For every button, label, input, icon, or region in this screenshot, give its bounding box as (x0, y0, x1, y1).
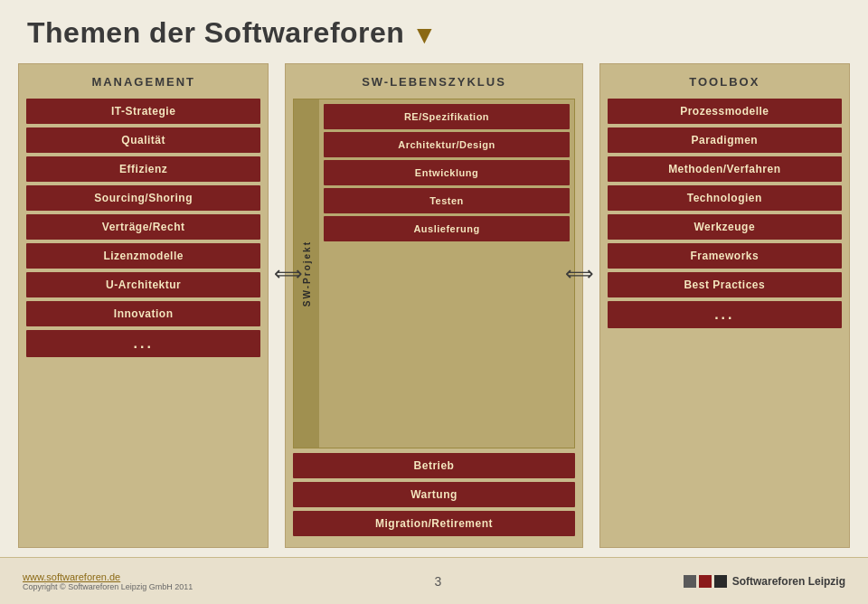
toolbox-item: Best Practices (608, 272, 842, 297)
management-item: ... (26, 330, 260, 357)
middle-bottom-items: BetriebWartungMigration/Retirement (293, 453, 574, 540)
header: Themen der Softwareforen ▼ (0, 0, 868, 59)
footer-page-number: 3 (435, 574, 442, 589)
header-arrow-icon: ▼ (411, 21, 437, 50)
footer: www.softwareforen.de Copyright © Softwar… (0, 557, 868, 604)
toolbox-item: Paradigmen (608, 127, 842, 153)
sw-lebenszyklus-column: SW-Lebenszyklus ⟺ SW-Projekt RE/Spezifik… (285, 63, 582, 548)
toolbox-item: Methoden/Verfahren (608, 156, 842, 182)
projekt-item: Entwicklung (324, 160, 569, 185)
toolbox-item: Frameworks (608, 243, 842, 269)
logo-square-dark (684, 575, 696, 588)
logo-square-dark2 (714, 575, 727, 588)
footer-right: Softwareforen Leipzig (684, 575, 845, 588)
management-column: Management IT-StrategieQualitätEffizienz… (18, 63, 269, 548)
page-title: Themen der Softwareforen (27, 16, 404, 50)
sw-projekt-label: SW-Projekt (302, 241, 312, 307)
right-double-arrow-icon: ⟺ (565, 262, 594, 286)
logo-square-red (699, 575, 712, 588)
projekt-item: Auslieferung (324, 216, 569, 241)
projekt-items-list: RE/SpezifikationArchitektur/DesignEntwic… (324, 104, 569, 244)
toolbox-item: Prozessmodelle (608, 99, 842, 124)
toolbox-item: Werkzeuge (608, 214, 842, 240)
projekt-items: RE/SpezifikationArchitektur/DesignEntwic… (319, 99, 573, 448)
toolbox-item: Technologien (608, 185, 842, 211)
management-item: Sourcing/Shoring (26, 185, 260, 211)
columns-wrapper: Management IT-StrategieQualitätEffizienz… (0, 59, 868, 557)
toolbox-item: ... (608, 301, 842, 328)
sw-lifecycle-item: Betrieb (293, 453, 574, 478)
sw-lebenszyklus-header: SW-Lebenszyklus (293, 71, 574, 94)
footer-left: www.softwareforen.de Copyright © Softwar… (23, 571, 193, 591)
management-item: Effizienz (26, 156, 260, 182)
management-item: Innovation (26, 301, 260, 326)
management-item: IT-Strategie (26, 99, 260, 124)
toolbox-items: ProzessmodelleParadigmenMethoden/Verfahr… (608, 99, 842, 332)
management-items: IT-StrategieQualitätEffizienzSourcing/Sh… (26, 99, 260, 361)
sw-lifecycle-item: Wartung (293, 482, 574, 507)
toolbox-column: Toolbox ProzessmodelleParadigmenMethoden… (599, 63, 850, 548)
projekt-item: Testen (324, 188, 569, 213)
footer-logo-text: Softwareforen Leipzig (732, 575, 845, 588)
footer-website[interactable]: www.softwareforen.de (23, 571, 193, 582)
footer-logo-squares (684, 575, 727, 588)
sw-projekt-box: ⟺ SW-Projekt RE/SpezifikationArchitektur… (293, 99, 574, 448)
management-item: U-Architektur (26, 272, 260, 297)
left-double-arrow-icon: ⟺ (274, 262, 303, 286)
management-item: Lizenzmodelle (26, 243, 260, 269)
projekt-item: RE/Spezifikation (324, 104, 569, 129)
management-item: Qualität (26, 127, 260, 153)
sw-lifecycle-item: Migration/Retirement (293, 511, 574, 536)
footer-copyright: Copyright © Softwareforen Leipzig GmbH 2… (23, 582, 193, 591)
page-wrapper: Themen der Softwareforen ▼ Management IT… (0, 0, 868, 604)
toolbox-header: Toolbox (608, 71, 842, 94)
management-header: Management (26, 71, 260, 94)
projekt-item: Architektur/Design (324, 132, 569, 157)
management-item: Verträge/Recht (26, 214, 260, 240)
